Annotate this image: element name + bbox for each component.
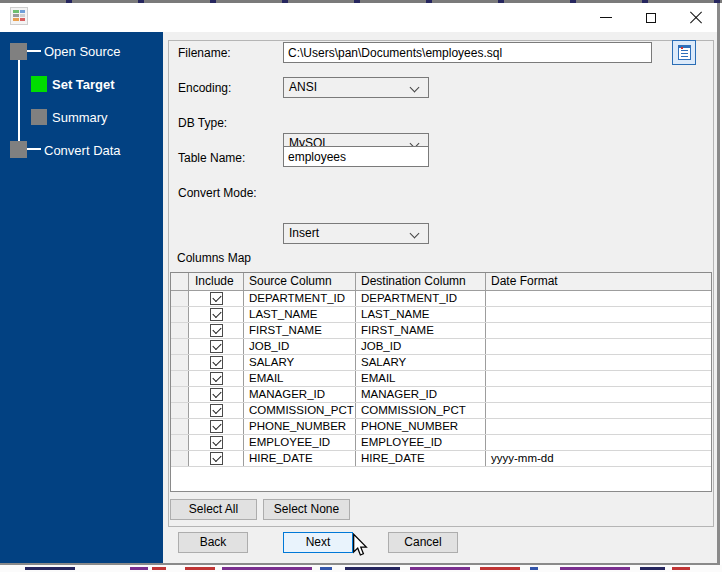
columns-map-title: Columns Map — [177, 251, 251, 265]
table-row[interactable]: FIRST_NAMEFIRST_NAME — [171, 323, 711, 339]
include-checkbox[interactable] — [210, 452, 223, 465]
sidebar-step-summary[interactable]: Summary — [52, 110, 108, 125]
date-format-cell[interactable] — [486, 371, 711, 386]
row-selector-cell[interactable] — [171, 371, 189, 386]
include-checkbox[interactable] — [210, 324, 223, 337]
maximize-button[interactable] — [628, 3, 673, 32]
destination-column-cell[interactable]: PHONE_NUMBER — [356, 419, 486, 434]
include-cell[interactable] — [189, 403, 244, 418]
destination-column-cell[interactable]: LAST_NAME — [356, 307, 486, 322]
table-row[interactable]: JOB_IDJOB_ID — [171, 339, 711, 355]
destination-column-header[interactable]: Destination Column — [356, 273, 486, 290]
table-row[interactable]: LAST_NAMELAST_NAME — [171, 307, 711, 323]
include-cell[interactable] — [189, 339, 244, 354]
include-checkbox[interactable] — [210, 420, 223, 433]
date-format-cell[interactable] — [486, 419, 711, 434]
filename-input[interactable] — [283, 42, 652, 63]
row-selector-cell[interactable] — [171, 403, 189, 418]
table-row[interactable]: MANAGER_IDMANAGER_ID — [171, 387, 711, 403]
include-checkbox[interactable] — [210, 436, 223, 449]
include-cell[interactable] — [189, 387, 244, 402]
date-format-cell[interactable] — [486, 291, 711, 306]
source-column-cell[interactable]: SALARY — [244, 355, 356, 370]
destination-column-cell[interactable]: DEPARTMENT_ID — [356, 291, 486, 306]
destination-column-cell[interactable]: EMPLOYEE_ID — [356, 435, 486, 450]
date-format-cell[interactable] — [486, 387, 711, 402]
include-cell[interactable] — [189, 355, 244, 370]
source-column-cell[interactable]: DEPARTMENT_ID — [244, 291, 356, 306]
row-selector-cell[interactable] — [171, 355, 189, 370]
table-row[interactable]: PHONE_NUMBERPHONE_NUMBER — [171, 419, 711, 435]
table-row[interactable]: DEPARTMENT_IDDEPARTMENT_ID — [171, 291, 711, 307]
row-selector-cell[interactable] — [171, 419, 189, 434]
include-cell[interactable] — [189, 291, 244, 306]
sidebar-step-open-source[interactable]: Open Source — [44, 44, 121, 59]
browse-file-button[interactable] — [672, 40, 696, 65]
row-selector-cell[interactable] — [171, 435, 189, 450]
source-column-cell[interactable]: EMAIL — [244, 371, 356, 386]
source-column-cell[interactable]: JOB_ID — [244, 339, 356, 354]
destination-column-cell[interactable]: MANAGER_ID — [356, 387, 486, 402]
source-column-cell[interactable]: LAST_NAME — [244, 307, 356, 322]
sidebar-step-convert-data[interactable]: Convert Data — [44, 143, 121, 158]
destination-column-cell[interactable]: SALARY — [356, 355, 486, 370]
source-column-header[interactable]: Source Column — [244, 273, 356, 290]
source-column-cell[interactable]: FIRST_NAME — [244, 323, 356, 338]
row-selector-cell[interactable] — [171, 387, 189, 402]
back-button[interactable]: Back — [178, 532, 248, 553]
date-format-cell[interactable] — [486, 339, 711, 354]
include-column-header[interactable]: Include — [189, 273, 244, 290]
source-column-cell[interactable]: EMPLOYEE_ID — [244, 435, 356, 450]
include-checkbox[interactable] — [210, 292, 223, 305]
row-selector-cell[interactable] — [171, 451, 189, 466]
next-button[interactable]: Next — [283, 532, 353, 553]
source-column-cell[interactable]: MANAGER_ID — [244, 387, 356, 402]
select-none-button[interactable]: Select None — [263, 499, 350, 520]
date-format-cell[interactable] — [486, 435, 711, 450]
include-cell[interactable] — [189, 435, 244, 450]
row-selector-cell[interactable] — [171, 307, 189, 322]
table-row[interactable]: HIRE_DATEHIRE_DATEyyyy-mm-dd — [171, 451, 711, 467]
table-row[interactable]: COMMISSION_PCTCOMMISSION_PCT — [171, 403, 711, 419]
close-button[interactable] — [673, 3, 718, 32]
destination-column-cell[interactable]: HIRE_DATE — [356, 451, 486, 466]
source-column-cell[interactable]: PHONE_NUMBER — [244, 419, 356, 434]
destination-column-cell[interactable]: EMAIL — [356, 371, 486, 386]
date-format-cell[interactable]: yyyy-mm-dd — [486, 451, 711, 466]
sidebar-step-set-target[interactable]: Set Target — [52, 77, 115, 92]
minimize-button[interactable] — [583, 3, 628, 32]
include-checkbox[interactable] — [210, 388, 223, 401]
select-all-button[interactable]: Select All — [170, 499, 257, 520]
row-selector-header[interactable] — [171, 273, 189, 290]
destination-column-cell[interactable]: COMMISSION_PCT — [356, 403, 486, 418]
include-cell[interactable] — [189, 371, 244, 386]
destination-column-cell[interactable]: FIRST_NAME — [356, 323, 486, 338]
include-cell[interactable] — [189, 323, 244, 338]
table-name-input[interactable] — [283, 146, 429, 167]
date-format-cell[interactable] — [486, 355, 711, 370]
include-checkbox[interactable] — [210, 356, 223, 369]
include-checkbox[interactable] — [210, 340, 223, 353]
include-cell[interactable] — [189, 419, 244, 434]
source-column-cell[interactable]: COMMISSION_PCT — [244, 403, 356, 418]
table-row[interactable]: EMAILEMAIL — [171, 371, 711, 387]
date-format-cell[interactable] — [486, 403, 711, 418]
date-format-cell[interactable] — [486, 307, 711, 322]
date-format-cell[interactable] — [486, 323, 711, 338]
include-checkbox[interactable] — [210, 372, 223, 385]
include-checkbox[interactable] — [210, 404, 223, 417]
date-format-column-header[interactable]: Date Format — [486, 273, 711, 290]
source-column-cell[interactable]: HIRE_DATE — [244, 451, 356, 466]
include-cell[interactable] — [189, 451, 244, 466]
include-cell[interactable] — [189, 307, 244, 322]
include-checkbox[interactable] — [210, 308, 223, 321]
table-row[interactable]: SALARYSALARY — [171, 355, 711, 371]
table-row[interactable]: EMPLOYEE_IDEMPLOYEE_ID — [171, 435, 711, 451]
cancel-button[interactable]: Cancel — [388, 532, 458, 553]
convert-mode-select[interactable]: Insert — [283, 223, 429, 244]
row-selector-cell[interactable] — [171, 339, 189, 354]
encoding-select[interactable]: ANSI — [283, 77, 429, 98]
row-selector-cell[interactable] — [171, 323, 189, 338]
destination-column-cell[interactable]: JOB_ID — [356, 339, 486, 354]
row-selector-cell[interactable] — [171, 291, 189, 306]
